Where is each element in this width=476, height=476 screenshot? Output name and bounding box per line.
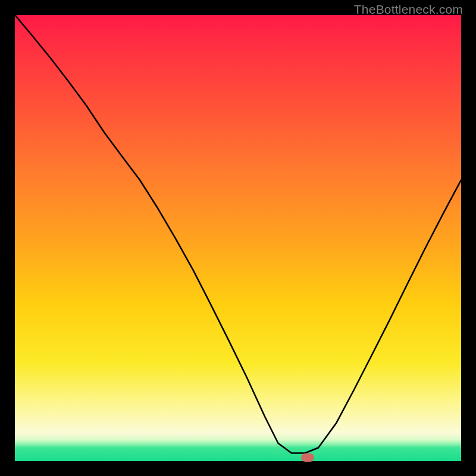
optimal-marker [301,453,314,462]
plot-area [15,15,461,461]
curve-path [15,15,461,453]
watermark-text: TheBottleneck.com [354,2,463,17]
chart-stage: TheBottleneck.com [0,0,476,476]
bottleneck-curve [15,15,461,461]
